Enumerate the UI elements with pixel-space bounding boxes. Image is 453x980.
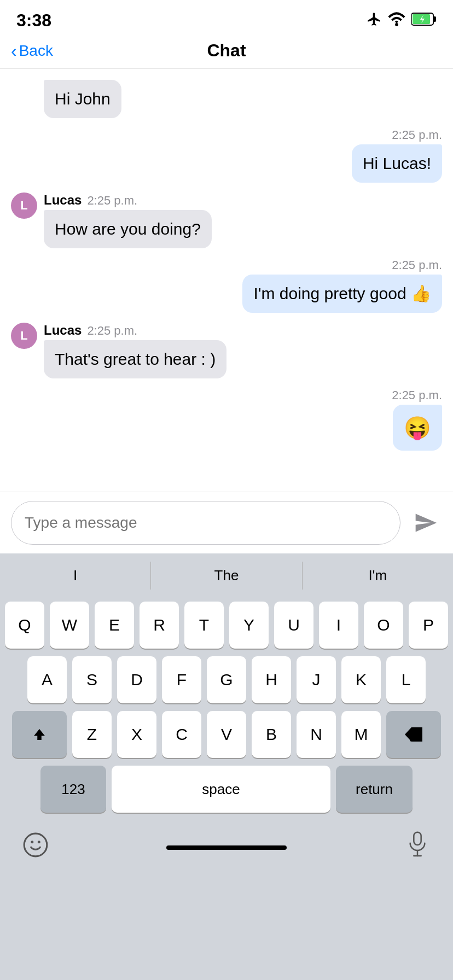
message-bubble: I'm doing pretty good 👍 [242, 275, 442, 313]
key-d[interactable]: D [117, 656, 156, 703]
message-input[interactable] [25, 514, 387, 532]
space-key[interactable]: space [112, 766, 330, 813]
key-row-4: 123 space return [3, 766, 450, 813]
key-a[interactable]: A [27, 656, 67, 703]
list-item: L Hi John [11, 80, 442, 118]
message-time: 2:25 p.m. [87, 324, 137, 338]
message-meta: Lucas 2:25 p.m. [44, 323, 226, 338]
message-time: 2:25 p.m. [87, 194, 137, 208]
key-row-3: Z X C V B N M [3, 711, 450, 758]
numbers-key[interactable]: 123 [40, 766, 106, 813]
wifi-icon [387, 11, 406, 29]
shift-key[interactable] [12, 711, 67, 758]
key-h[interactable]: H [252, 656, 291, 703]
message-sender: Lucas [44, 192, 82, 208]
message-bubble: How are you doing? [44, 210, 212, 248]
outgoing-message: 2:25 p.m. Hi Lucas! [352, 128, 442, 183]
key-y[interactable]: Y [229, 602, 269, 649]
message-bubble: Hi John [44, 80, 121, 118]
key-k[interactable]: K [341, 656, 381, 703]
key-m[interactable]: M [341, 711, 381, 758]
key-g[interactable]: G [207, 656, 246, 703]
key-r[interactable]: R [140, 602, 179, 649]
key-s[interactable]: S [72, 656, 112, 703]
svg-rect-8 [414, 832, 421, 845]
message-time: 2:25 p.m. [392, 258, 442, 272]
return-key[interactable]: return [336, 766, 413, 813]
keyboard-bottom [0, 817, 453, 870]
key-f[interactable]: F [162, 656, 201, 703]
message-bubble: Hi Lucas! [352, 144, 442, 183]
back-label: Back [19, 42, 53, 60]
list-item: 2:25 p.m. 😝 [11, 388, 442, 451]
status-icons [367, 11, 437, 29]
svg-point-6 [31, 841, 33, 843]
key-b[interactable]: B [252, 711, 291, 758]
list-item: 2:25 p.m. Hi Lucas! [11, 128, 442, 183]
airplane-icon [367, 11, 382, 29]
list-item: L Lucas 2:25 p.m. That's great to hear :… [11, 323, 442, 378]
avatar: L [11, 192, 37, 219]
emoji-button[interactable] [16, 826, 55, 864]
send-button[interactable] [409, 506, 442, 539]
key-row-1: Q W E R T Y U I O P [3, 602, 450, 649]
list-item: L Lucas 2:25 p.m. How are you doing? [11, 192, 442, 248]
key-t[interactable]: T [184, 602, 224, 649]
message-content: Lucas 2:25 p.m. That's great to hear : ) [44, 323, 226, 378]
key-u[interactable]: U [274, 602, 313, 649]
keyboard: I The I'm Q W E R T Y U I O P A S D F G … [0, 553, 453, 980]
back-button[interactable]: ‹ Back [11, 42, 53, 60]
svg-point-5 [24, 833, 47, 856]
message-time: 2:25 p.m. [392, 128, 442, 142]
key-x[interactable]: X [117, 711, 156, 758]
message-bubble: That's great to hear : ) [44, 340, 226, 378]
key-o[interactable]: O [364, 602, 403, 649]
message-bubble: 😝 [393, 405, 442, 451]
key-j[interactable]: J [297, 656, 336, 703]
key-l[interactable]: L [386, 656, 426, 703]
svg-rect-2 [433, 16, 436, 22]
list-item: 2:25 p.m. I'm doing pretty good 👍 [11, 258, 442, 313]
avatar: L [11, 323, 37, 349]
page-title: Chat [207, 40, 246, 61]
svg-point-7 [38, 841, 40, 843]
outgoing-message: 2:25 p.m. 😝 [392, 388, 442, 451]
status-time: 3:38 [16, 10, 51, 31]
status-bar: 3:38 [0, 0, 453, 33]
key-c[interactable]: C [162, 711, 201, 758]
svg-point-0 [395, 23, 398, 26]
message-content: Lucas 2:25 p.m. How are you doing? [44, 192, 212, 248]
backspace-key[interactable] [386, 711, 441, 758]
key-w[interactable]: W [50, 602, 89, 649]
battery-icon [411, 12, 437, 28]
home-indicator [166, 845, 287, 850]
message-input-area [0, 492, 453, 553]
outgoing-message: 2:25 p.m. I'm doing pretty good 👍 [242, 258, 442, 313]
suggestion-the[interactable]: The [151, 562, 302, 590]
key-p[interactable]: P [409, 602, 448, 649]
key-e[interactable]: E [95, 602, 134, 649]
message-content: Hi John [44, 80, 121, 118]
key-z[interactable]: Z [72, 711, 112, 758]
keyboard-suggestions: I The I'm [0, 553, 453, 597]
key-i[interactable]: I [319, 602, 358, 649]
message-meta: Lucas 2:25 p.m. [44, 192, 212, 208]
keyboard-rows: Q W E R T Y U I O P A S D F G H J K L [0, 597, 453, 813]
key-n[interactable]: N [297, 711, 336, 758]
back-chevron-icon: ‹ [11, 42, 17, 60]
message-input-wrapper[interactable] [11, 501, 400, 545]
key-row-2: A S D F G H J K L [3, 656, 450, 703]
chat-area: L Hi John 2:25 p.m. Hi Lucas! L Lucas 2:… [0, 69, 453, 561]
microphone-button[interactable] [398, 826, 437, 864]
nav-bar: ‹ Back Chat [0, 33, 453, 69]
suggestion-im[interactable]: I'm [303, 562, 453, 590]
message-sender: Lucas [44, 323, 82, 338]
suggestion-i[interactable]: I [0, 562, 151, 590]
key-q[interactable]: Q [5, 602, 44, 649]
key-v[interactable]: V [207, 711, 246, 758]
message-time: 2:25 p.m. [392, 388, 442, 402]
